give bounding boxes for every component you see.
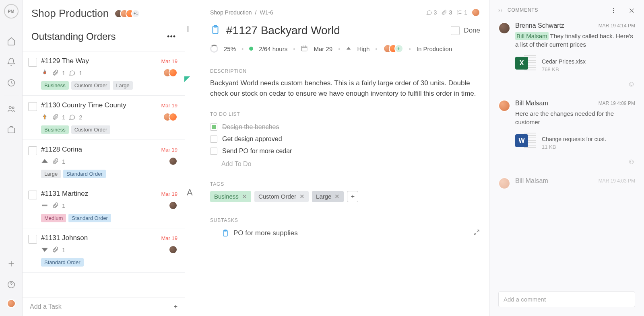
remove-tag-icon[interactable]: ✕ bbox=[334, 193, 340, 200]
task-detail-pane: Shop Production / W1-6 3 3 1 #1127 Backy… bbox=[201, 0, 489, 316]
task-assignees[interactable] bbox=[169, 245, 178, 254]
detail-tag[interactable]: Business✕ bbox=[210, 191, 251, 202]
task-checkbox[interactable] bbox=[28, 58, 37, 67]
task-date: Mar 19 bbox=[161, 191, 178, 197]
attachment[interactable]: W Change requests for cust.11 KB bbox=[515, 132, 635, 154]
detail-tag[interactable]: Large✕ bbox=[312, 191, 344, 202]
comment-text: Bill Malsam They finally called back. He… bbox=[515, 32, 635, 49]
help-icon[interactable] bbox=[6, 280, 16, 289]
tag[interactable]: Custom Order bbox=[71, 81, 111, 90]
task-card[interactable]: #1128 Corina Mar 19 1 LargeStandard Orde… bbox=[23, 140, 185, 184]
description-text[interactable]: Backyard World needs custom benches. Thi… bbox=[201, 78, 489, 103]
task-assignees[interactable] bbox=[169, 201, 178, 210]
add-todo-input[interactable]: Add To Do bbox=[221, 157, 480, 173]
users-icon[interactable] bbox=[6, 104, 16, 114]
task-card[interactable]: #1129 The Way Mar 19 1 1 BusinessCustom … bbox=[23, 51, 185, 96]
tag[interactable]: Standard Order bbox=[63, 170, 106, 178]
task-assignees[interactable] bbox=[169, 157, 178, 166]
comment-text: Here are the changes needed for the cust… bbox=[515, 109, 635, 126]
remove-tag-icon[interactable]: ✕ bbox=[242, 193, 247, 200]
task-card[interactable]: #1131 Martinez Mar 19 1 MediumStandard O… bbox=[23, 184, 185, 228]
todo-item[interactable]: Get design approved bbox=[210, 133, 480, 145]
detail-tag[interactable]: Custom Order✕ bbox=[254, 191, 309, 202]
todo-label: Send PO for more cedar bbox=[222, 148, 292, 155]
task-card[interactable]: #1130 Country Time County Mar 19 1 2 Bus… bbox=[23, 96, 185, 140]
attachment[interactable]: X Cedar Prices.xlsx768 KB bbox=[515, 54, 635, 76]
add-assignee-button[interactable]: + bbox=[394, 44, 403, 53]
clock-icon[interactable] bbox=[6, 78, 16, 88]
more-icon[interactable]: ••• bbox=[167, 33, 176, 41]
todo-item[interactable]: Send PO for more cedar bbox=[210, 145, 480, 157]
comment-avatar[interactable] bbox=[498, 100, 510, 112]
stat-comments[interactable]: 3 bbox=[426, 9, 437, 16]
tag[interactable]: Standard Order bbox=[68, 214, 111, 222]
task-checkbox[interactable] bbox=[28, 235, 37, 244]
stat-attachments[interactable]: 3 bbox=[441, 9, 452, 16]
task-checkbox[interactable] bbox=[28, 102, 37, 111]
comment-avatar[interactable] bbox=[498, 22, 510, 34]
todo-item[interactable]: Design the benches bbox=[210, 121, 480, 133]
task-assignees[interactable] bbox=[163, 113, 178, 121]
task-list-column: Shop Production +1 Outstanding Orders ••… bbox=[23, 0, 185, 316]
svg-rect-3 bbox=[8, 128, 14, 133]
react-icon[interactable]: ☺ bbox=[515, 158, 635, 166]
plus-icon[interactable] bbox=[6, 259, 16, 269]
detail-author-avatar[interactable] bbox=[471, 8, 480, 17]
progress-icon[interactable] bbox=[210, 45, 218, 53]
task-assignees[interactable] bbox=[163, 68, 178, 77]
app-logo[interactable]: PM bbox=[4, 4, 19, 18]
task-checkbox[interactable] bbox=[28, 191, 37, 199]
tag[interactable]: Business bbox=[41, 81, 69, 90]
done-toggle[interactable]: Done bbox=[451, 26, 480, 35]
svg-point-1 bbox=[9, 107, 11, 109]
task-date: Mar 19 bbox=[161, 147, 178, 153]
todo-label: Get design approved bbox=[222, 135, 282, 143]
todo-checkbox[interactable] bbox=[210, 123, 217, 131]
file-size: 11 KB bbox=[542, 144, 606, 150]
add-task-label: Add a Task bbox=[30, 303, 62, 310]
current-user-avatar[interactable] bbox=[7, 299, 16, 308]
file-app-icon: X bbox=[515, 57, 528, 70]
project-title: Shop Production bbox=[31, 7, 109, 20]
task-card[interactable]: #1131 Johnson Mar 19 1 Standard Order bbox=[23, 228, 185, 273]
tag[interactable]: Business bbox=[41, 125, 69, 134]
priority-icon bbox=[41, 69, 48, 76]
comment-time: MAR 19 4:09 PM bbox=[599, 101, 635, 106]
home-icon[interactable] bbox=[6, 36, 16, 46]
tag[interactable]: Medium bbox=[41, 214, 66, 222]
react-icon[interactable]: ☺ bbox=[515, 80, 635, 88]
calendar-icon[interactable] bbox=[301, 45, 308, 53]
add-comment-input[interactable] bbox=[498, 291, 635, 307]
section-subtasks-label: SUBTASKS bbox=[201, 209, 489, 227]
priority-icon bbox=[41, 202, 48, 209]
add-task-row[interactable]: Add a Task + bbox=[23, 297, 185, 316]
bell-icon[interactable] bbox=[6, 57, 16, 67]
stat-subtasks[interactable]: 1 bbox=[456, 9, 467, 16]
clipboard-icon bbox=[210, 25, 221, 37]
tag[interactable]: Large bbox=[113, 81, 132, 90]
expand-icon[interactable] bbox=[473, 229, 480, 238]
project-members[interactable]: +1 bbox=[114, 9, 140, 18]
section-tags-label: TAGS bbox=[201, 173, 489, 191]
add-tag-button[interactable]: + bbox=[347, 191, 358, 202]
remove-tag-icon[interactable]: ✕ bbox=[299, 193, 305, 200]
chevron-right-icon[interactable]: ›› bbox=[498, 7, 503, 13]
tag[interactable]: Large bbox=[41, 170, 61, 178]
todo-checkbox[interactable] bbox=[210, 135, 217, 143]
subtask-item[interactable]: PO for more supplies bbox=[201, 227, 489, 240]
todo-checkbox[interactable] bbox=[210, 148, 217, 155]
nav-divider bbox=[4, 96, 19, 96]
breadcrumb[interactable]: Shop Production / W1-6 bbox=[210, 9, 273, 16]
add-task-plus-icon[interactable]: + bbox=[174, 303, 178, 310]
next-column-peek: I A bbox=[185, 0, 201, 316]
priority-icon[interactable] bbox=[346, 45, 351, 52]
mention[interactable]: Bill Malsam bbox=[515, 32, 549, 40]
tag[interactable]: Custom Order bbox=[71, 125, 111, 134]
task-checkbox[interactable] bbox=[28, 146, 37, 155]
briefcase-icon[interactable] bbox=[6, 125, 16, 135]
file-size: 768 KB bbox=[542, 66, 586, 72]
tag[interactable]: Standard Order bbox=[41, 258, 84, 267]
assignee-avatars[interactable]: + bbox=[383, 44, 403, 53]
comment-item: Bill Malsam MAR 19 4:09 PM Here are the … bbox=[498, 100, 635, 166]
task-title: #1131 Johnson bbox=[41, 234, 88, 242]
